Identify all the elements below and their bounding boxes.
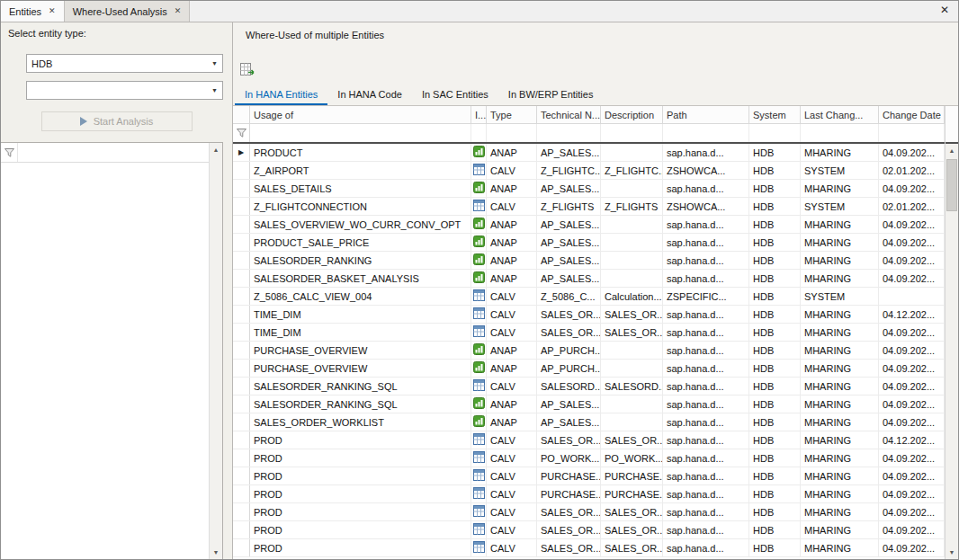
cell-last_changed: SYSTEM <box>801 288 879 305</box>
filter-cell-icon[interactable] <box>471 124 487 142</box>
scroll-down-icon[interactable]: ▼ <box>946 546 958 559</box>
cell-usage: Z_AIRPORT <box>250 162 471 179</box>
cell-usage: PROD <box>250 503 471 520</box>
tab-in-hana-entities[interactable]: In HANA Entities <box>235 85 327 105</box>
doc-tab-label: Entities <box>9 6 41 17</box>
table-row[interactable]: SALESORDER_RANKING_SQLCALVSALESORD...SAL… <box>233 378 945 396</box>
chevron-down-icon[interactable]: ▼ <box>207 82 222 99</box>
export-button[interactable] <box>238 62 257 78</box>
scroll-up-icon[interactable]: ▲ <box>210 143 222 156</box>
column-header-change_date[interactable]: Change Date <box>879 106 945 123</box>
cell-usage: SALESORDER_BASKET_ANALYSIS <box>250 270 471 287</box>
table-row[interactable]: SALESORDER_RANKINGANAPAP_SALES...sap.han… <box>233 252 945 270</box>
calculation-view-icon <box>473 307 485 321</box>
sidebar-scrollbar[interactable]: ▲ ▼ <box>209 143 222 559</box>
filter-cell-path[interactable] <box>663 124 749 142</box>
filter-cell-last_changed[interactable] <box>801 124 879 142</box>
cell-change_date: 04.09.202... <box>879 521 945 538</box>
filter-cell-change_date[interactable] <box>879 124 945 142</box>
entity-list-body[interactable] <box>1 163 209 559</box>
table-row[interactable]: TIME_DIMCALVSALES_OR...SALES_OR...sap.ha… <box>233 324 945 342</box>
filter-cell-technical[interactable] <box>537 124 601 142</box>
cell-system: HDB <box>749 288 801 305</box>
table-row[interactable]: PRODCALVSALES_OR...SALES_OR...sap.hana.d… <box>233 539 945 557</box>
cell-system: HDB <box>749 503 801 520</box>
cell-system: HDB <box>749 270 801 287</box>
table-row[interactable]: SALESORDER_BASKET_ANALYSISANAPAP_SALES..… <box>233 270 945 288</box>
table-row[interactable]: PRODCALVPO_WORK...PO_WORK...sap.hana.d..… <box>233 449 945 467</box>
table-row[interactable]: SALES_DETAILSANAPAP_SALES...sap.hana.d..… <box>233 180 945 198</box>
column-header-last_changed[interactable]: Last Chang... <box>801 106 879 123</box>
filter-funnel-icon[interactable] <box>233 124 250 142</box>
main-panel: Where-Used of multiple Entities In HANA … <box>233 22 958 559</box>
filter-cell-type[interactable] <box>487 124 537 142</box>
cell-description: Z_FLIGHTC... <box>601 162 663 179</box>
table-row[interactable]: Z_AIRPORTCALVZ_FLIGHTC...Z_FLIGHTC...ZSH… <box>233 162 945 180</box>
tab-in-hana-code[interactable]: In HANA Code <box>327 85 412 105</box>
table-row[interactable]: PRODCALVSALES_OR...SALES_OR...sap.hana.d… <box>233 503 945 521</box>
row-indicator <box>233 234 250 251</box>
filter-funnel-icon[interactable] <box>1 143 18 162</box>
scrollbar-track[interactable] <box>210 156 222 546</box>
tab-in-bw-erp-entities[interactable]: In BW/ERP Entities <box>498 85 604 105</box>
cell-usage: PROD <box>250 539 471 556</box>
table-row[interactable]: PRODCALVPURCHASE...PURCHASE...sap.hana.d… <box>233 485 945 503</box>
start-analysis-button[interactable]: Start Analysis <box>41 111 193 131</box>
row-indicator <box>233 288 250 305</box>
table-row[interactable]: Z_5086_CALC_VIEW_004CALVZ_5086_C...Calcu… <box>233 288 945 306</box>
scrollbar-thumb[interactable] <box>946 159 957 211</box>
grid-scrollbar[interactable]: ▲ ▼ <box>945 106 958 559</box>
filter-cell-usage[interactable] <box>250 124 471 142</box>
filter-cell-description[interactable] <box>601 124 663 142</box>
cell-change_date: 04.09.202... <box>879 503 945 520</box>
cell-system: HDB <box>749 396 801 413</box>
entity-list-filter-row[interactable] <box>1 143 209 163</box>
table-row[interactable]: PRODCALVPURCHASE...PURCHASE...sap.hana.d… <box>233 467 945 485</box>
doc-tab-entities[interactable]: Entities ✕ <box>1 1 65 22</box>
tab-in-sac-entities[interactable]: In SAC Entities <box>412 85 498 105</box>
cell-technical: SALESORD... <box>537 378 601 395</box>
cell-description <box>601 180 663 197</box>
cell-path: sap.hana.d... <box>663 180 749 197</box>
column-header-description[interactable]: Description <box>601 106 663 123</box>
table-row[interactable]: PRODCALVSALES_OR...SALES_OR...sap.hana.d… <box>233 431 945 449</box>
cell-last_changed: MHARING <box>801 360 879 377</box>
table-row[interactable]: Z_FLIGHTCONNECTIONCALVZ_FLIGHTSZ_FLIGHTS… <box>233 198 945 216</box>
table-row[interactable]: SALESORDER_RANKING_SQLANAPAP_SALES...sap… <box>233 396 945 413</box>
cell-last_changed: MHARING <box>801 539 879 556</box>
grid-header-row: Usage ofI...TypeTechnical N...Descriptio… <box>233 106 945 124</box>
cell-description: SALES_OR... <box>601 503 663 520</box>
cell-technical: SALES_OR... <box>537 503 601 520</box>
column-header-technical[interactable]: Technical N... <box>537 106 601 123</box>
scroll-down-icon[interactable]: ▼ <box>210 546 222 559</box>
column-header-path[interactable]: Path <box>663 106 749 123</box>
scroll-up-icon[interactable]: ▲ <box>946 144 958 157</box>
entity-type-dropdown[interactable]: HDB ▼ <box>26 54 223 73</box>
table-row[interactable]: SALES_ORDER_WORKLISTANAPAP_SALES...sap.h… <box>233 413 945 431</box>
cell-description <box>601 234 663 251</box>
window-close-icon[interactable]: ✕ <box>940 4 949 15</box>
table-row[interactable]: SALES_OVERVIEW_WO_CURR_CONV_OPTANAPAP_SA… <box>233 216 945 234</box>
column-header-usage[interactable]: Usage of <box>250 106 471 123</box>
entity-dropdown[interactable]: ▼ <box>26 81 223 100</box>
close-icon[interactable]: ✕ <box>175 7 182 15</box>
cell-path: sap.hana.d... <box>663 252 749 269</box>
table-row[interactable]: PURCHASE_OVERVIEWANAPAP_PURCH...sap.hana… <box>233 342 945 360</box>
table-row[interactable]: PURCHASE_OVERVIEWANAPAP_PURCH...sap.hana… <box>233 360 945 378</box>
cell-change_date: 04.09.202... <box>879 485 945 502</box>
table-row[interactable]: ▶PRODUCTANAPAP_SALES...sap.hana.d...HDBM… <box>233 144 945 162</box>
chevron-down-icon[interactable]: ▼ <box>207 55 222 72</box>
table-row[interactable]: TIME_DIMCALVSALES_OR...SALES_OR...sap.ha… <box>233 306 945 324</box>
cell-change_date: 04.09.202... <box>879 539 945 556</box>
table-row[interactable]: PRODUCT_SALE_PRICEANAPAP_SALES...sap.han… <box>233 234 945 252</box>
column-header-icon[interactable]: I... <box>471 106 487 123</box>
scrollbar-track[interactable] <box>946 157 958 546</box>
filter-cell-system[interactable] <box>749 124 801 142</box>
column-header-type[interactable]: Type <box>487 106 537 123</box>
table-row[interactable]: PRODCALVSALES_OR...SALES_OR...sap.hana.d… <box>233 521 945 539</box>
cell-path: ZSHOWCA... <box>663 162 749 179</box>
column-header-system[interactable]: System <box>749 106 801 123</box>
cell-last_changed: MHARING <box>801 413 879 431</box>
close-icon[interactable]: ✕ <box>49 7 56 15</box>
doc-tab-where-used-analysis[interactable]: Where-Used Analysis ✕ <box>65 1 191 22</box>
